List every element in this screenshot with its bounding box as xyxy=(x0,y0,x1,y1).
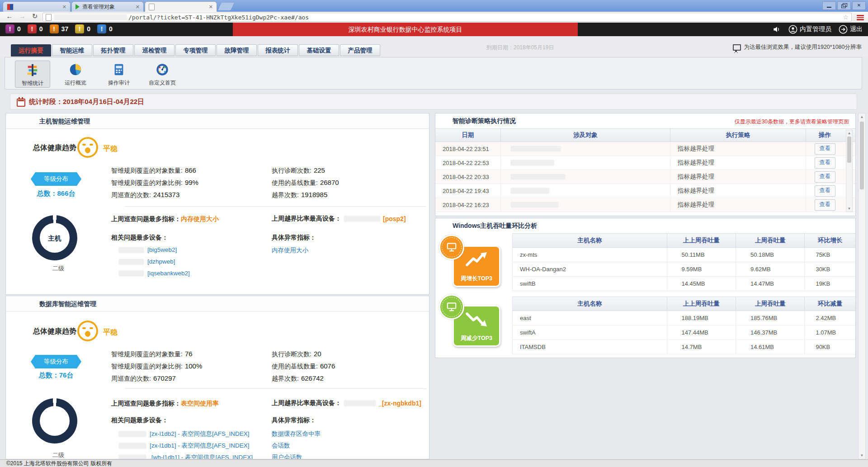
view-button[interactable]: 查看 xyxy=(815,199,835,211)
nav-tab-jichushezhi[interactable]: 基础设置 xyxy=(299,44,339,56)
scroll-down-icon[interactable]: ▼ xyxy=(859,453,865,458)
close-button[interactable]: ✕ xyxy=(852,1,866,10)
donut-center-label: 主机 xyxy=(32,234,77,243)
restore-button[interactable] xyxy=(837,1,851,10)
browser-tab-2[interactable]: 查看管理对象 ✕ xyxy=(71,1,144,12)
browser-menu-icon[interactable] xyxy=(857,15,864,21)
health-trend-label: 总体健康趋势： xyxy=(33,327,84,336)
related-device-row: [dzhpweb] xyxy=(119,258,175,265)
cell-strategy: 指标越界处理 xyxy=(670,184,806,198)
view-button[interactable]: 查看 xyxy=(815,185,835,197)
minimize-button[interactable] xyxy=(822,1,836,10)
device-link[interactable]: [big5web2] xyxy=(147,246,177,253)
abnormal-metric-row: 用户会话数 xyxy=(272,453,302,459)
alert-badge-critical[interactable]: !0 xyxy=(5,24,21,33)
metric-link[interactable]: 数据缓存区命中率 xyxy=(272,430,321,438)
monitor-icon xyxy=(733,44,741,51)
nav-tab-tuopuguanli[interactable]: 拓扑管理 xyxy=(93,44,133,56)
scrollbar-thumb[interactable] xyxy=(860,122,864,189)
top-device-line: 上周越界比率最高设备：[posp2] xyxy=(272,215,406,223)
total-count: 总数：866台 xyxy=(24,189,88,198)
level-distribution-ribbon[interactable]: 等级分布 xyxy=(31,355,81,368)
application-window: ✕ 查看管理对象 ✕ ✕ ✕ ← → ↻ /portal/?ticket=ST-… xyxy=(0,0,868,467)
device-link[interactable]: .[wh-l1db1] - 表空间信息[AFS_INDEX] xyxy=(150,453,253,459)
main-nav-tabs: 运行摘要 智能运维 拓扑管理 巡检管理 专项管理 故障管理 报表统计 基础设置 … xyxy=(11,44,380,57)
top-device-value[interactable]: _[zx-ngbkdb1] xyxy=(378,400,421,407)
toolbar-item-zidingyishouye[interactable]: 自定义首页 xyxy=(145,61,179,87)
related-device-row: [big5web2] xyxy=(119,246,177,253)
forward-icon[interactable]: → xyxy=(17,12,27,20)
table-row: 2018-04-22 20:33 指标越界处理 查看 xyxy=(435,170,855,184)
stat-bars-icon xyxy=(25,63,40,77)
scroll-up-icon[interactable]: ▲ xyxy=(859,115,865,119)
page-scrollbar[interactable]: ▲ ▼ xyxy=(858,113,866,459)
metric-link[interactable]: 内存使用大小 xyxy=(272,246,308,255)
browser-tab-1[interactable]: ✕ xyxy=(3,1,71,12)
alert-badge-info[interactable]: !0 xyxy=(97,24,113,33)
view-button[interactable]: 查看 xyxy=(815,171,835,183)
new-tab-button[interactable] xyxy=(218,3,234,10)
health-trend-value: 平稳 xyxy=(103,328,118,337)
related-device-row: [iqsebankweb2] xyxy=(119,270,190,277)
toolbar-item-zhiweitongji[interactable]: 智维统计 xyxy=(15,61,50,88)
device-link[interactable]: [zx-l1db1] - 表空间信息[AFS_INDEX] xyxy=(150,442,250,450)
stats-column-left: 智维规则覆盖的对象数量:866 智维规则覆盖的对象比例:99% 周巡查的次数:2… xyxy=(111,164,198,201)
health-trend-label: 总体健康趋势： xyxy=(33,143,84,153)
table-row: swiftB 14.45MB 14.47MB 19KB xyxy=(512,277,855,291)
announce-speaker-icon[interactable] xyxy=(772,25,781,34)
view-button[interactable]: 查看 xyxy=(815,157,835,169)
top-metric-value[interactable]: 内存使用大小 xyxy=(181,215,219,222)
view-button[interactable]: 查看 xyxy=(815,143,835,155)
browser-tab-3-active[interactable]: ✕ xyxy=(145,1,217,12)
device-link[interactable]: [iqsebankweb2] xyxy=(147,270,190,277)
abnormal-metrics-label: 具体异常指标： xyxy=(272,416,316,425)
nav-tab-zhuanxiangguanli[interactable]: 专项管理 xyxy=(175,44,216,56)
alert-badge-major[interactable]: !0 xyxy=(28,24,43,33)
col-header-date: 日期 xyxy=(435,129,501,142)
app-header-bar: !0 !0 !37 !0 !0 深圳农村商业银行数据中心监控系统项目 内置管理员… xyxy=(0,23,868,36)
site-favicon xyxy=(7,4,14,10)
table-scrollbar[interactable]: ▲ ▼ xyxy=(846,130,853,212)
top-metric-line: 上周巡查问题最多指标：内存使用大小 xyxy=(111,215,219,223)
user-menu[interactable]: 内置管理员 xyxy=(788,25,831,34)
license-expire-note: 到期日期：2018年05月19日 xyxy=(486,44,554,52)
nav-tab-guzhangguanli[interactable]: 故障管理 xyxy=(217,44,257,56)
refresh-icon[interactable]: ↻ xyxy=(30,12,40,20)
metric-link[interactable]: 用户会话数 xyxy=(272,453,302,459)
url-field[interactable]: /portal/?ticket=ST-41-HNZkTtgXke51igDwp2… xyxy=(42,13,852,22)
tab-close-icon[interactable]: ✕ xyxy=(136,4,140,10)
nav-tab-chanpinguanli[interactable]: 产品管理 xyxy=(340,44,380,56)
toolbar-item-caozuoshenji[interactable]: 操作审计 xyxy=(102,61,136,87)
toolbar-item-yunxinggailan[interactable]: 运行概览 xyxy=(58,61,93,87)
tab-close-icon[interactable]: ✕ xyxy=(62,4,66,10)
back-icon[interactable]: ← xyxy=(5,12,14,20)
logout-icon xyxy=(839,25,848,34)
nav-tab-baobiaotongji[interactable]: 报表统计 xyxy=(258,44,298,56)
top-device-value[interactable]: [posp2] xyxy=(383,215,406,222)
alert-badge-minor[interactable]: !37 xyxy=(50,24,69,33)
stat-row: 使用的基线数量:6076 xyxy=(272,360,335,372)
bookmark-star-icon[interactable]: ☆ xyxy=(843,14,849,21)
device-link[interactable]: [dzhpweb] xyxy=(147,258,175,265)
device-link[interactable]: [zx-l1db2] - 表空间信息[AFS_INDEX] xyxy=(150,430,250,438)
logout-button[interactable]: 退出 xyxy=(839,25,863,34)
stat-row: 使用的基线数量:26870 xyxy=(272,176,339,189)
tab-close-icon[interactable]: ✕ xyxy=(209,4,213,10)
nav-tab-zhinengyunwei[interactable]: 智能运维 xyxy=(52,44,92,56)
metric-link[interactable]: 会话数 xyxy=(272,442,290,450)
table-row: east 188.19MB 185.76MB 2.42MB xyxy=(512,311,855,325)
scroll-up-icon[interactable]: ▲ xyxy=(846,131,852,135)
alert-badges: !0 !0 !37 !0 !0 xyxy=(5,24,113,33)
calendar-icon xyxy=(17,99,25,107)
health-trend-value: 平稳 xyxy=(103,144,118,154)
nav-tab-yunxingzhaiyao[interactable]: 运行摘要 xyxy=(11,44,51,57)
divider xyxy=(125,388,426,389)
nav-tab-xunjianguanli[interactable]: 巡检管理 xyxy=(134,44,175,56)
top-metric-value[interactable]: 表空间使用率 xyxy=(181,400,219,407)
cell-object xyxy=(501,198,670,212)
toolbar-label: 操作审计 xyxy=(102,79,136,87)
scrollbar-thumb[interactable] xyxy=(847,137,851,163)
level-distribution-ribbon[interactable]: 等级分布 xyxy=(31,172,81,186)
scroll-down-icon[interactable]: ▼ xyxy=(846,207,852,211)
alert-badge-warning[interactable]: !0 xyxy=(75,24,90,33)
